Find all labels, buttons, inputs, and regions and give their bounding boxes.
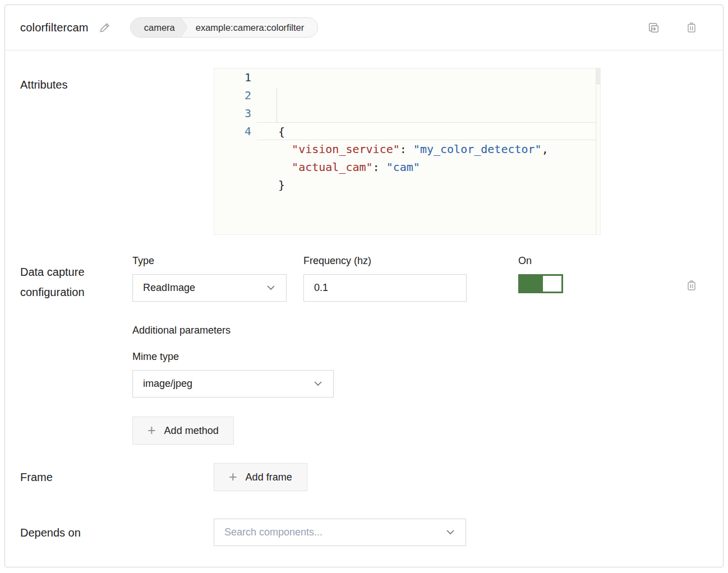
component-card: colorfiltercam camera example:camera:col… (4, 4, 724, 567)
capture-type-value: ReadImage (143, 282, 195, 294)
add-frame-label: Add frame (246, 472, 292, 483)
delete-capture-method-button[interactable] (685, 279, 698, 292)
component-header: colorfiltercam camera example:camera:col… (5, 5, 723, 50)
duplicate-icon (647, 21, 661, 35)
frame-label: Frame (20, 467, 214, 487)
rename-button[interactable] (99, 21, 111, 34)
mime-type-label: Mime type (132, 351, 334, 363)
data-capture-fields: Type ReadImage Frequency (hz) (132, 255, 698, 445)
plus-icon: + (148, 423, 156, 437)
capture-type-field: Type ReadImage (132, 255, 287, 302)
frequency-input[interactable] (303, 274, 467, 302)
attributes-label: Attributes (20, 68, 214, 235)
indent-guide (277, 87, 277, 123)
component-name: colorfiltercam (20, 21, 89, 34)
chevron-down-icon (314, 381, 322, 386)
trash-icon (685, 21, 698, 34)
attributes-code-editor[interactable]: 1234 { "vision_service": "my_color_detec… (214, 68, 601, 235)
depends-on-search-input[interactable] (224, 519, 446, 546)
mime-type-value: image/jpeg (143, 378, 192, 390)
code-gutter: 1234 (214, 68, 257, 234)
plus-icon: + (229, 470, 237, 484)
trash-icon (685, 279, 698, 292)
type-label: Type (132, 255, 287, 267)
data-capture-section: Data capture configuration Type ReadImag… (20, 255, 698, 445)
add-method-label: Add method (164, 425, 219, 437)
depends-on-section: Depends on (20, 519, 698, 546)
code-lines[interactable]: { "vision_service": "my_color_detector",… (257, 68, 600, 234)
capture-on-label: On (518, 255, 563, 267)
capture-on-field: On (518, 255, 563, 293)
mime-type-field: Mime type image/jpeg (132, 351, 334, 398)
toggle-knob (543, 276, 561, 292)
chevron-down-icon (446, 530, 454, 535)
capture-type-select[interactable]: ReadImage (132, 274, 287, 302)
header-actions (647, 21, 698, 35)
frame-section: Frame + Add frame (20, 463, 698, 491)
capture-frequency-field: Frequency (hz) (303, 255, 467, 302)
attributes-section: Attributes 1234 { "vision_service": "my_… (20, 68, 698, 235)
editor-scrollbar-thumb[interactable] (596, 68, 600, 84)
data-capture-label: Data capture configuration (20, 255, 132, 445)
duplicate-component-button[interactable] (647, 21, 661, 35)
frequency-label: Frequency (hz) (303, 255, 467, 267)
additional-parameters-label: Additional parameters (132, 325, 231, 336)
capture-method-row: Type ReadImage Frequency (hz) (132, 255, 698, 302)
depends-on-label: Depends on (20, 523, 214, 543)
depends-on-combobox[interactable] (214, 519, 466, 546)
badge-category: camera (131, 18, 187, 37)
chevron-down-icon (267, 285, 275, 290)
add-frame-button[interactable]: + Add frame (214, 463, 307, 491)
add-method-button[interactable]: + Add method (132, 417, 234, 445)
component-type-badge: camera example:camera:colorfilter (130, 17, 319, 38)
delete-component-button[interactable] (685, 21, 698, 35)
editor-scrollbar[interactable] (596, 68, 600, 234)
mime-type-select[interactable]: image/jpeg (132, 370, 334, 398)
pencil-icon (99, 21, 111, 34)
capture-on-toggle[interactable] (518, 274, 563, 293)
badge-model: example:camera:colorfilter (188, 22, 318, 33)
component-config-body: Attributes 1234 { "vision_service": "my_… (5, 50, 723, 566)
